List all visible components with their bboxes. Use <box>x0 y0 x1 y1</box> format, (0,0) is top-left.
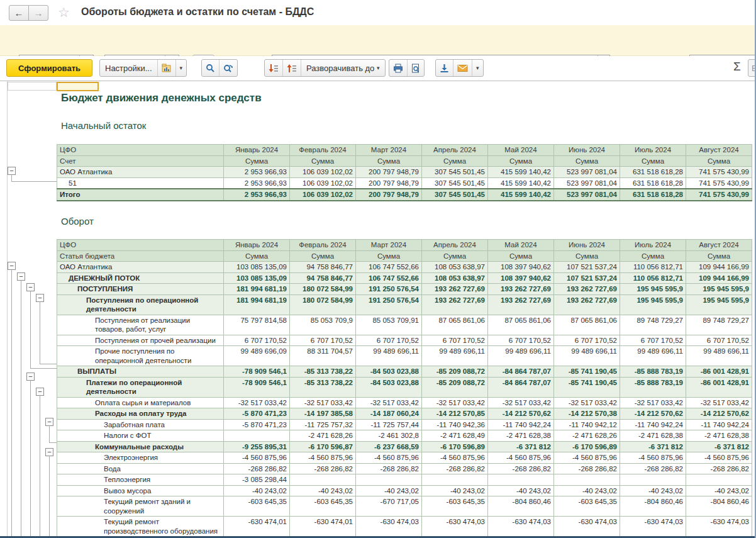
value-cell[interactable]: -85 741 190,45 <box>554 366 620 378</box>
value-cell[interactable]: -603 645,35 <box>422 496 488 517</box>
value-cell[interactable]: -32 517 033,42 <box>554 397 620 408</box>
value-cell[interactable]: 94 758 846,77 <box>290 262 356 273</box>
value-cell[interactable]: -804 860,46 <box>620 496 686 517</box>
sum-column-header[interactable]: Сумма <box>224 155 290 167</box>
value-cell[interactable]: -40 243,02 <box>356 485 422 496</box>
value-cell[interactable]: 193 262 727,69 <box>554 284 620 295</box>
value-cell[interactable] <box>290 474 356 486</box>
sum-column-header[interactable]: Сумма <box>422 155 488 167</box>
value-cell[interactable]: -2 471 628,49 <box>422 430 488 442</box>
sum-column-header[interactable]: Сумма <box>356 155 422 167</box>
value-cell[interactable]: -268 286,82 <box>224 463 290 474</box>
value-cell[interactable]: 200 797 948,79 <box>356 167 422 178</box>
value-cell[interactable]: -40 243,02 <box>686 485 752 496</box>
sum-column-header[interactable]: Сумма <box>686 250 752 262</box>
value-cell[interactable]: -11 740 942,36 <box>422 419 488 430</box>
month-column-header[interactable]: Февраль 2024 <box>290 240 356 251</box>
value-cell[interactable]: -84 503 023,88 <box>356 377 422 397</box>
value-cell[interactable] <box>554 474 620 486</box>
value-cell[interactable]: 6 707 170,52 <box>686 335 752 346</box>
month-column-header[interactable]: Июнь 2024 <box>554 240 620 251</box>
value-cell[interactable]: -4 560 875,96 <box>422 452 488 464</box>
sum-column-header[interactable]: Сумма <box>620 250 686 262</box>
value-cell[interactable]: 89 748 729,27 <box>620 315 686 335</box>
row-label-cell[interactable]: Расходы на оплату труда <box>57 408 224 420</box>
value-cell[interactable]: 99 489 696,11 <box>488 346 554 366</box>
value-cell[interactable]: 2 953 966,93 <box>224 189 290 201</box>
value-cell[interactable]: -32 517 033,42 <box>686 397 752 408</box>
sum-column-header[interactable]: Сумма <box>356 250 422 262</box>
value-cell[interactable]: -2 471 628,38 <box>488 430 554 442</box>
dimension-subheader[interactable]: Счет <box>57 155 224 167</box>
value-cell[interactable]: -6 170 596,87 <box>290 441 356 452</box>
value-cell[interactable]: 108 053 638,97 <box>422 262 488 273</box>
value-cell[interactable]: 631 518 618,28 <box>620 177 686 189</box>
value-cell[interactable]: -268 286,82 <box>356 463 422 474</box>
sum-column-header[interactable]: Сумма <box>290 155 356 167</box>
value-cell[interactable]: -5 870 471,23 <box>224 419 290 430</box>
value-cell[interactable]: 99 489 696,11 <box>686 346 752 366</box>
value-cell[interactable]: -40 243,02 <box>620 485 686 496</box>
value-cell[interactable]: 741 575 430,99 <box>686 177 752 189</box>
value-cell[interactable]: -6 371 812 <box>686 441 752 452</box>
value-cell[interactable]: 191 250 576,54 <box>356 284 422 295</box>
value-cell[interactable]: 193 262 727,69 <box>488 294 554 315</box>
value-cell[interactable]: -85 888 783,19 <box>620 377 686 397</box>
dimension-header[interactable]: ЦФО <box>57 240 224 251</box>
value-cell[interactable]: -630 474,01 <box>290 517 356 537</box>
value-cell[interactable]: 741 575 430,99 <box>686 167 752 178</box>
save-button[interactable] <box>436 60 453 76</box>
value-cell[interactable]: -4 560 875,96 <box>356 452 422 464</box>
value-cell[interactable]: -14 212 570,62 <box>488 408 554 420</box>
value-cell[interactable]: -268 286,82 <box>686 463 752 474</box>
value-cell[interactable]: -14 212 570,62 <box>686 408 752 420</box>
month-column-header[interactable]: Апрель 2024 <box>422 240 488 251</box>
collapse-groups-button[interactable] <box>265 60 283 76</box>
value-cell[interactable]: 200 797 948,79 <box>356 189 422 201</box>
value-cell[interactable]: -14 212 570,62 <box>620 408 686 420</box>
value-cell[interactable]: 87 065 861,06 <box>488 315 554 335</box>
value-cell[interactable]: -5 870 471,23 <box>224 408 290 420</box>
value-cell[interactable]: -11 740 942,24 <box>488 419 554 430</box>
value-cell[interactable]: -85 741 190,45 <box>554 377 620 397</box>
month-column-header[interactable]: Март 2024 <box>356 145 422 156</box>
row-label-cell[interactable]: Налоги с ФОТ <box>57 430 224 442</box>
autosum-indicator[interactable]: Σ <box>733 60 741 74</box>
search-button[interactable] <box>202 60 220 76</box>
value-cell[interactable]: 6 707 170,52 <box>422 335 488 346</box>
value-cell[interactable]: -630 474,01 <box>224 517 290 537</box>
value-cell[interactable]: 110 056 812,71 <box>620 262 686 273</box>
value-cell[interactable]: 6 707 170,52 <box>620 335 686 346</box>
value-cell[interactable]: 415 599 140,42 <box>488 177 554 189</box>
row-label-cell[interactable]: Электроэнергия <box>57 452 224 464</box>
sum-column-header[interactable]: Сумма <box>224 250 290 262</box>
row-label-cell[interactable]: Коммунальные расходы <box>57 441 224 452</box>
search-next-button[interactable] <box>220 60 237 76</box>
month-column-header[interactable]: Май 2024 <box>488 240 554 251</box>
value-cell[interactable]: -630 474,03 <box>488 517 554 537</box>
row-label-cell[interactable]: Вывоз мусора <box>57 485 224 496</box>
value-cell[interactable]: 109 944 166,99 <box>686 272 752 284</box>
value-cell[interactable]: 523 997 081,04 <box>554 189 620 201</box>
row-label-cell[interactable]: Вода <box>57 463 224 474</box>
value-cell[interactable]: 99 489 696,09 <box>224 346 290 366</box>
value-cell[interactable]: 195 945 595,9 <box>620 294 686 315</box>
month-column-header[interactable]: Июль 2024 <box>620 240 686 251</box>
value-cell[interactable]: -40 243,02 <box>554 485 620 496</box>
month-column-header[interactable]: Январь 2024 <box>224 145 290 156</box>
value-cell[interactable]: 193 262 727,69 <box>422 294 488 315</box>
value-cell[interactable]: -630 474,03 <box>686 517 752 537</box>
value-cell[interactable]: 99 489 696,11 <box>356 346 422 366</box>
value-cell[interactable]: 106 039 102,02 <box>290 167 356 178</box>
value-cell[interactable]: -85 209 088,72 <box>422 377 488 397</box>
value-cell[interactable]: 631 518 618,28 <box>620 189 686 201</box>
value-cell[interactable]: 193 262 727,69 <box>488 284 554 295</box>
value-cell[interactable]: -32 517 033,42 <box>290 397 356 408</box>
value-cell[interactable]: 191 250 576,54 <box>356 294 422 315</box>
value-cell[interactable]: -85 209 088,72 <box>422 366 488 378</box>
sum-column-header[interactable]: Сумма <box>686 155 752 167</box>
value-cell[interactable]: -9 255 895,31 <box>224 441 290 452</box>
favorite-star-icon[interactable]: ☆ <box>58 5 70 20</box>
sum-column-header[interactable]: Сумма <box>488 155 554 167</box>
month-column-header[interactable]: Август 2024 <box>686 145 752 156</box>
